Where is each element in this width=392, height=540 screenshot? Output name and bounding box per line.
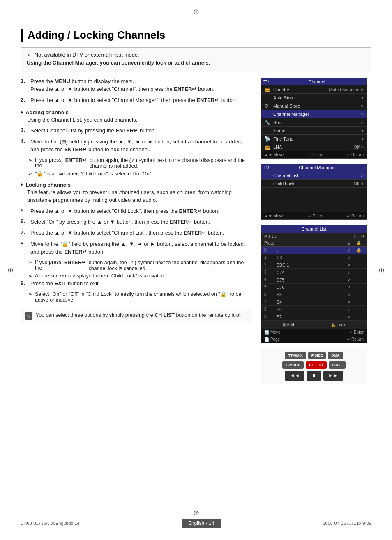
remote-btn-rewind[interactable]: ◄◄ [285, 371, 304, 381]
cl-rows-container: 0 C-- ✓ 🔒 1 C3 ✓ 2 BBC 1 [261, 247, 367, 321]
cl-name-5: C76 [277, 285, 344, 290]
remote-btn-psize[interactable]: P.SIZE [308, 352, 326, 359]
remote-btn-ttxmix[interactable]: TTX/MIX [285, 352, 306, 359]
channel-row-finetune: 📡 Fine Tune > [261, 135, 367, 143]
cl-current-channel: P 1 C3 [264, 234, 277, 239]
cm-footer: ▲▼ Move ↵ Enter ↩ Return [261, 212, 367, 219]
cl-nav-return: ↩ Return [347, 337, 364, 342]
cl-row-4: 4 C75 ✓ [261, 276, 367, 284]
cl-lock-0: 🔒 [354, 247, 364, 253]
remote-btn-pause[interactable]: ⏸ [307, 371, 321, 381]
step-4-text: Move to the (⊞) field by pressing the ▲,… [30, 138, 252, 154]
remote-btn-forward[interactable]: ►► [323, 371, 343, 381]
cl-nav-footer-2: 📄 Page ↩ Return [261, 336, 367, 343]
cl-col-add: ⊞ [344, 241, 354, 245]
cm-footer-return: ↩ Return [347, 214, 364, 218]
arrow-note-locking-2: A blue screen is displayed when "Child L… [28, 273, 252, 279]
step-6: 6. Select "On" by pressing the ▲ or ▼ bu… [21, 218, 252, 226]
cl-prog-3: 3 [264, 270, 277, 275]
info-note: N You can select these options by simply… [21, 309, 252, 323]
step-9-text: Press the EXIT button to exit. [30, 280, 252, 288]
lna-value: : Off [351, 145, 360, 150]
cl-prog-5: 5 [264, 285, 277, 289]
cl-row-1: 1 C3 ✓ [261, 254, 367, 261]
cl-add-7: ✓ [344, 300, 354, 305]
sort-icon: 🔧 [264, 120, 273, 125]
channel-row-name: Name > [261, 127, 367, 135]
cl-add-3: ✓ [344, 270, 354, 275]
cl-row-6: 6 S3 ✓ [261, 291, 367, 298]
cl-return-icon: ↩ [347, 337, 350, 342]
note-box: ➢ Not available in DTV or external input… [21, 47, 371, 72]
cl-nav-footer: 🔄 Move ↵ Enter [261, 329, 367, 336]
remote-btn-chlist[interactable]: CH LIST [306, 361, 327, 369]
note-line2: Using the Channel Manager, you can conve… [27, 60, 365, 66]
page-footer: BN68-01736A-00Eng.indd 14 English - 14 2… [0, 515, 392, 528]
cl-header: Channel List [261, 225, 367, 233]
footer-file: BN68-01736A-00Eng.indd 14 [21, 521, 80, 526]
country-label: Country [273, 87, 326, 92]
sort-arrow: > [361, 120, 364, 125]
cl-add-2: ✓ [344, 263, 354, 268]
channel-row-sort: 🔧 Sort > [261, 118, 367, 127]
remote-btn-subt[interactable]: SUBT [329, 361, 346, 369]
manualstore-icon: ⚙ [264, 103, 273, 109]
cl-nav-enter: ↵ Enter [349, 330, 364, 335]
remote-panel: TTX/MIX P.SIZE DMA E.MODE CH LIST SUBT ◄… [261, 348, 367, 384]
cl-prog-8: 8 [264, 307, 277, 312]
cl-row-7: 7 S4 ✓ [261, 298, 367, 306]
cm-footer-enter: ↵ Enter [308, 214, 323, 218]
sort-label: Sort [273, 120, 360, 125]
country-arrow: > [361, 87, 364, 92]
remote-row-3: ◄◄ ⏸ ►► [285, 371, 343, 381]
remote-btn-emode[interactable]: E.MODE [282, 361, 304, 369]
cm-row-channellist: Channel List > [261, 171, 367, 180]
cm-row-childlock: Child Lock : Off > [261, 180, 367, 188]
remote-row-1: TTX/MIX P.SIZE DMA [285, 352, 343, 359]
cl-page-icon: 📄 [264, 337, 269, 342]
cl-prog-1: 1 [264, 255, 277, 260]
note-line1: ➢ Not available in DTV or external input… [27, 52, 365, 58]
country-value: : United Kingdom [326, 87, 360, 92]
info-icon: N [25, 312, 32, 320]
step-9-list: 9. Press the EXIT button to exit. [21, 280, 252, 288]
locking-channels-section: Locking channels This feature allows you… [21, 182, 252, 204]
step-6-text: Select "On" by pressing the ▲ or ▼ butto… [30, 218, 252, 226]
channel-manager-header: TV Channel Manager [261, 164, 367, 171]
cm-channellist-label: Channel List [273, 173, 360, 178]
page-title: Adding / Locking Channels [21, 29, 371, 42]
arrow-note-locking-1: If you press the ENTER↵ button again, th… [28, 259, 252, 271]
crosshair-top-icon: ⊕ [193, 7, 199, 16]
remote-buttons: TTX/MIX P.SIZE DMA E.MODE CH LIST SUBT ◄… [264, 352, 364, 381]
step-1-text: Press the MENU button to display the men… [30, 78, 252, 93]
cl-return-label: Return [351, 337, 364, 342]
footer-date: 2008-07-15 □□ 11:49:09 [323, 521, 371, 526]
cl-enter-label: Enter [354, 330, 364, 335]
step-5-text: Press the ▲ or ▼ button to select "Child… [30, 208, 252, 215]
crosshair-left-icon: ⊕ [7, 265, 14, 275]
step-4-num: 4. [21, 138, 28, 144]
cl-prog-9: 9 [264, 314, 277, 319]
cl-add-9: ✓ [344, 314, 354, 319]
cl-row-9: 9 S7 ✓ [261, 313, 367, 321]
remote-btn-dma[interactable]: DMA [328, 352, 343, 359]
cl-row-8: 8 S6 ✓ [261, 306, 367, 313]
steps-3-4: 3. Select Channel List by pressing the E… [21, 127, 252, 154]
step-2-num: 2. [21, 97, 28, 103]
step-5: 5. Press the ▲ or ▼ button to select "Ch… [21, 208, 252, 215]
cm-tv-label: TV [263, 165, 269, 170]
step-8-num: 8. [21, 240, 28, 247]
left-column: 1. Press the MENU button to display the … [21, 78, 252, 384]
channel-row-country: 📻 Country : United Kingdom > [261, 85, 367, 94]
channel-manager-panel: TV Channel Manager Channel List > Child … [261, 164, 367, 220]
cl-name-7: S4 [277, 300, 344, 305]
cl-row-3: 3 C74 ✓ [261, 269, 367, 276]
steps-5-9: 5. Press the ▲ or ▼ button to select "Ch… [21, 208, 252, 256]
cl-footer-actions: ⊞ Add 🔒 Lock [261, 321, 367, 329]
lna-label: LNA [273, 145, 351, 150]
right-column: TV Channel 📻 Country : United Kingdom > … [261, 78, 371, 384]
cl-add-6: ✓ [344, 292, 354, 297]
cl-add-5: ✓ [344, 285, 354, 290]
cl-col-prog: Prog. [264, 241, 277, 245]
footer-return: ↩ Return [347, 152, 364, 157]
